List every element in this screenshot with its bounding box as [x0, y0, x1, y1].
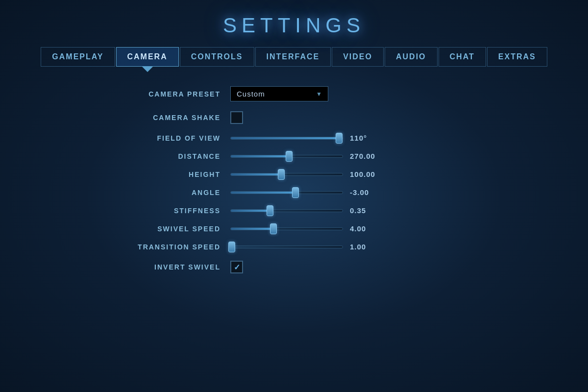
slider-fill-fov	[231, 137, 340, 139]
tab-chat[interactable]: CHAT	[439, 47, 486, 67]
tab-bar: GAMEPLAYCAMERACONTROLSINTERFACEVIDEOAUDI…	[41, 47, 547, 67]
control-stiffness: 0.35	[230, 206, 466, 215]
slider-fill-distance	[231, 155, 289, 157]
label-height: HEIGHT	[122, 171, 220, 178]
slider-value-stiffness: 0.35	[350, 206, 379, 215]
slider-value-angle: -3.00	[350, 188, 379, 196]
setting-row-fov: FIELD OF VIEW110°	[122, 129, 466, 147]
control-transition_speed: 1.00	[230, 243, 466, 251]
slider-value-distance: 270.00	[350, 152, 379, 160]
setting-row-transition_speed: TRANSITION SPEED1.00	[122, 238, 466, 256]
setting-row-preset: CAMERA PRESET Custom ▼	[122, 81, 466, 106]
slider-value-transition_speed: 1.00	[350, 243, 379, 251]
label-distance: DISTANCE	[122, 152, 220, 160]
control-fov: 110°	[230, 134, 466, 142]
slider-track-transition_speed[interactable]	[230, 245, 343, 248]
control-angle: -3.00	[230, 188, 466, 196]
slider-thumb-angle[interactable]	[292, 187, 299, 198]
settings-title: SETTINGS	[223, 14, 365, 37]
label-stiffness: STIFFNESS	[122, 207, 220, 215]
slider-thumb-transition_speed[interactable]	[228, 242, 235, 252]
slider-thumb-height[interactable]	[278, 169, 285, 180]
setting-row-distance: DISTANCE270.00	[122, 147, 466, 165]
tab-gameplay[interactable]: GAMEPLAY	[41, 47, 115, 67]
slider-value-swivel_speed: 4.00	[350, 224, 379, 233]
tab-extras[interactable]: EXTRAS	[487, 47, 547, 67]
tab-audio[interactable]: AUDIO	[385, 47, 438, 67]
slider-track-angle[interactable]	[230, 191, 343, 194]
slider-track-swivel_speed[interactable]	[230, 227, 343, 230]
control-distance: 270.00	[230, 152, 466, 160]
label-camera-shake: CAMERA SHAKE	[122, 114, 220, 122]
setting-control-invert	[230, 261, 466, 273]
control-height: 100.00	[230, 170, 466, 178]
dropdown-value: Custom	[237, 90, 265, 98]
setting-row-invert: INVERT SWIVEL	[122, 256, 466, 278]
slider-fill-angle	[231, 192, 295, 194]
slider-track-fov[interactable]	[230, 137, 343, 140]
label-invert-swivel: INVERT SWIVEL	[122, 263, 220, 271]
slider-track-stiffness[interactable]	[230, 209, 343, 212]
slider-thumb-swivel_speed[interactable]	[270, 223, 277, 234]
setting-control-preset: Custom ▼	[230, 86, 466, 101]
slider-fill-height	[231, 173, 281, 175]
control-swivel_speed: 4.00	[230, 224, 466, 233]
slider-thumb-fov[interactable]	[336, 133, 343, 144]
tab-camera[interactable]: CAMERA	[116, 47, 179, 67]
slider-fill-swivel_speed	[231, 228, 273, 230]
setting-row-height: HEIGHT100.00	[122, 165, 466, 183]
slider-fill-stiffness	[231, 210, 270, 212]
label-camera-preset: CAMERA PRESET	[122, 90, 220, 98]
camera-shake-checkbox[interactable]	[230, 111, 243, 124]
label-angle: ANGLE	[122, 189, 220, 196]
setting-row-stiffness: STIFFNESS0.35	[122, 201, 466, 220]
tab-interface[interactable]: INTERFACE	[255, 47, 331, 67]
setting-control-shake	[230, 111, 466, 124]
label-swivel_speed: SWIVEL SPEED	[122, 225, 220, 233]
tab-video[interactable]: VIDEO	[332, 47, 384, 67]
slider-value-fov: 110°	[350, 134, 379, 142]
slider-value-height: 100.00	[350, 170, 379, 178]
slider-thumb-distance[interactable]	[286, 151, 293, 162]
slider-track-height[interactable]	[230, 173, 343, 176]
setting-row-angle: ANGLE-3.00	[122, 183, 466, 201]
setting-row-shake: CAMERA SHAKE	[122, 106, 466, 129]
tab-controls[interactable]: CONTROLS	[180, 47, 254, 67]
dropdown-arrow-icon: ▼	[316, 91, 322, 98]
camera-preset-dropdown[interactable]: Custom ▼	[230, 86, 328, 101]
slider-track-distance[interactable]	[230, 155, 343, 158]
label-fov: FIELD OF VIEW	[122, 134, 220, 142]
slider-thumb-stiffness[interactable]	[267, 205, 273, 216]
setting-row-swivel_speed: SWIVEL SPEED4.00	[122, 220, 466, 238]
content-area: CAMERA PRESET Custom ▼ CAMERA SHAKE FIEL…	[122, 81, 466, 278]
invert-swivel-checkbox[interactable]	[230, 261, 243, 273]
label-transition_speed: TRANSITION SPEED	[122, 243, 220, 251]
